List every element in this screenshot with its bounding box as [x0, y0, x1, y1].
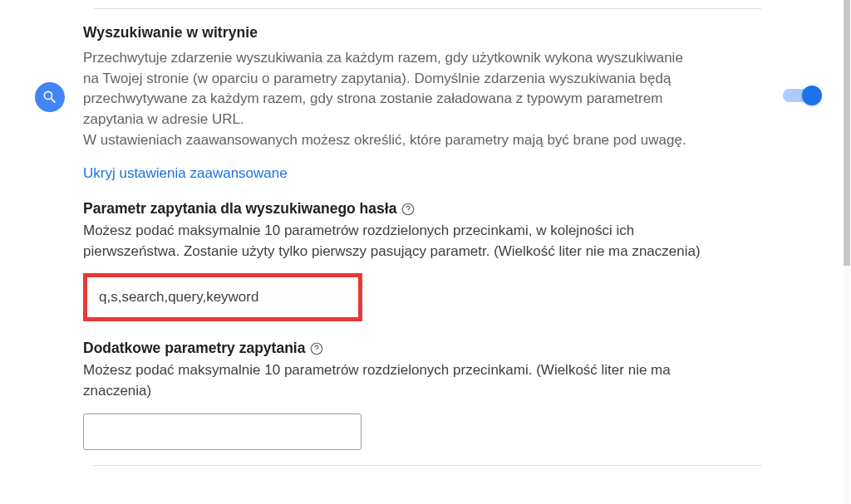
- hide-advanced-link[interactable]: Ukryj ustawienia zaawansowane: [83, 165, 288, 182]
- query-param-title-text: Parametr zapytania dla wyszukiwanego has…: [83, 200, 396, 218]
- divider-bottom: [93, 465, 761, 466]
- help-icon[interactable]: [400, 201, 416, 218]
- query-param-input[interactable]: [89, 279, 357, 316]
- query-param-description: Możesz podać maksymalnie 10 parametrów r…: [83, 221, 715, 262]
- extra-param-input[interactable]: [83, 413, 362, 450]
- extra-param-description: Możesz podać maksymalnie 10 parametrów r…: [83, 360, 715, 401]
- section-title: Wyszukiwanie w witrynie: [83, 24, 745, 42]
- section-description: Przechwytuje zdarzenie wyszukiwania za k…: [83, 48, 698, 150]
- extra-param-title: Dodatkowe parametry zapytania: [83, 340, 745, 357]
- query-param-highlight: [83, 273, 362, 321]
- divider-top: [93, 8, 761, 9]
- extra-param-title-text: Dodatkowe parametry zapytania: [83, 340, 305, 357]
- help-icon[interactable]: [308, 340, 325, 357]
- scrollbar[interactable]: [844, 0, 850, 504]
- search-icon: [35, 82, 65, 112]
- query-param-title: Parametr zapytania dla wyszukiwanego has…: [83, 200, 745, 218]
- site-search-toggle[interactable]: [783, 89, 819, 102]
- svg-point-1: [408, 212, 409, 213]
- svg-point-3: [317, 351, 317, 352]
- scrollbar-thumb[interactable]: [844, 0, 850, 266]
